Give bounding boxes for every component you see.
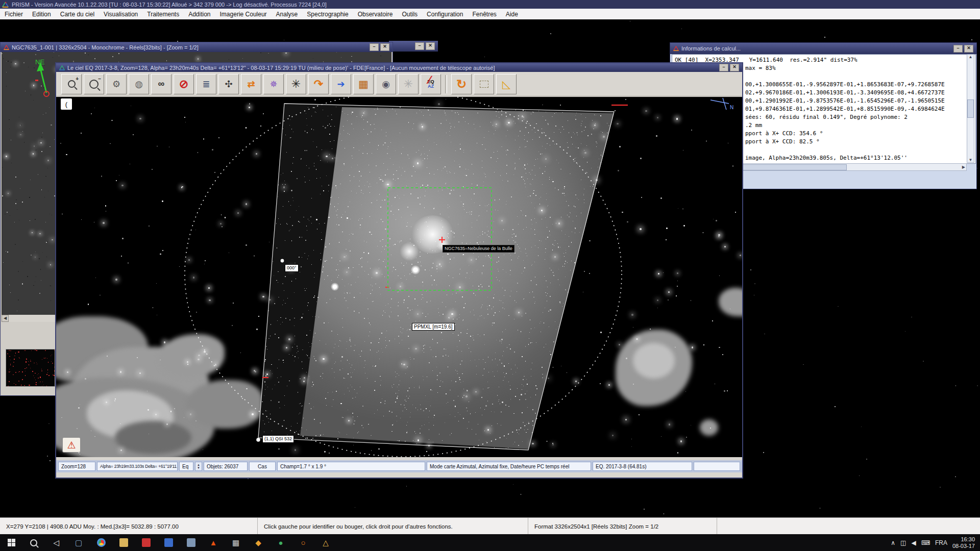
frame-node [281, 259, 284, 263]
warning-icon[interactable]: ⚠ [62, 437, 81, 453]
menu-outils[interactable]: Outils [397, 10, 422, 19]
explorer-icon[interactable] [112, 534, 135, 551]
chart-toolbar: + − ⚙ ◍ ∞ ⊘ ≣ ✣ ⇄ ✵ ✳ ↷ ➔ ▦ ◉ ✳ EQAZ∕ [56, 72, 742, 96]
menu-spectrographie[interactable]: Spectrographie [302, 10, 353, 19]
ppmxl-star-label: PPMXL [m=19.6] [412, 323, 455, 331]
binoculars-icon[interactable]: ∞ [151, 74, 172, 94]
eq-spinner[interactable]: ▲▼ [195, 462, 202, 471]
close-icon[interactable]: ✕ [964, 45, 973, 53]
no-telescope-icon[interactable]: ⊘ [174, 74, 194, 94]
celestial-dome-icon[interactable]: ◍ [129, 74, 149, 94]
horizon-lines-icon[interactable]: ≣ [196, 74, 216, 94]
zoom-out-icon[interactable]: − [84, 74, 104, 94]
close-icon[interactable]: ✕ [380, 43, 389, 51]
sky-chart-canvas[interactable]: N ( 000° (1,1) QSI 532 NGC7635=Nebuleuse… [56, 97, 742, 457]
detection-thumbnail[interactable] [6, 349, 55, 387]
select-region-icon[interactable] [474, 74, 494, 94]
language-indicator[interactable]: FRA [935, 539, 947, 546]
menu-configuration[interactable]: Configuration [422, 10, 468, 19]
menu-edition[interactable]: Edition [28, 10, 56, 19]
app-title: PRISM - Version Avancée 10.1.22.203 [TU … [12, 2, 327, 8]
eq-az-toggle-icon[interactable]: EQAZ∕ [421, 74, 441, 94]
ring-app-icon[interactable]: ○ [292, 534, 314, 551]
zoom-in-icon[interactable]: + [61, 74, 82, 94]
steel-app-icon[interactable] [180, 534, 202, 551]
blue-app-icon[interactable] [157, 534, 180, 551]
refresh-icon[interactable]: ↻ [451, 74, 472, 94]
system-tray: ∧ ◫ ◀ ⌨ FRA 16:30 08-03-17 [891, 536, 980, 549]
frame-origin-node [256, 438, 260, 442]
network-icon[interactable]: ◫ [900, 539, 906, 546]
ccd-frame-outline [258, 104, 614, 450]
toolbar-separator [445, 75, 447, 93]
chart-vector-overlay: N [56, 97, 742, 457]
tray-chevron-icon[interactable]: ∧ [891, 539, 895, 546]
menu-fenetres[interactable]: Fenêtres [468, 10, 501, 19]
speaker-app-icon[interactable]: ◁ [45, 534, 67, 551]
red-app-icon[interactable] [135, 534, 157, 551]
rotate-field-icon[interactable]: ↷ [308, 74, 329, 94]
search-icon[interactable] [22, 534, 45, 551]
scroll-thumb[interactable] [967, 99, 974, 118]
menu-fichier[interactable]: Fichier [0, 10, 28, 19]
constellation-grid-icon[interactable]: ✵ [263, 74, 284, 94]
chart-window-titlebar[interactable]: Le ciel EQ 2017-3-8, Zoom=128, Alpha= 23… [56, 63, 742, 72]
triangle-app-icon[interactable]: △ [314, 534, 337, 551]
info-vertical-scrollbar[interactable]: ▲▼ [967, 54, 974, 163]
close-icon[interactable]: ✕ [426, 42, 435, 50]
scroll-right-icon[interactable]: ▶ [962, 165, 965, 169]
minimize-button[interactable]: – [953, 45, 963, 53]
cas-status: Cas [249, 462, 276, 471]
minimize-button[interactable]: – [719, 64, 728, 71]
menu-aide[interactable]: Aide [501, 10, 523, 19]
chart-window-title: Le ciel EQ 2017-3-8, Zoom=128, Alpha= 23… [67, 65, 495, 71]
close-icon[interactable]: ✕ [730, 64, 739, 71]
scroll-left-icon[interactable]: ◀ [2, 315, 9, 322]
scroll-up-icon[interactable]: ▲ [969, 55, 973, 59]
tray-time: 16:30 [961, 536, 975, 542]
prism-taskbar-icon[interactable]: ▲ [202, 534, 225, 551]
menu-visualisation[interactable]: Visualisation [99, 10, 142, 19]
volume-icon[interactable]: ◀ [911, 539, 916, 546]
green-app-icon[interactable]: ● [270, 534, 292, 551]
gear-sphere-icon[interactable]: ⚙ [106, 74, 127, 94]
projection-label: ( [61, 98, 72, 110]
grid-asterisk-icon[interactable]: ✳ [286, 74, 306, 94]
flame-app-icon[interactable]: ◆ [247, 534, 270, 551]
status-filler [694, 462, 740, 471]
minimize-button[interactable]: – [415, 42, 424, 50]
keyboard-icon[interactable]: ⌨ [921, 539, 930, 546]
chrome-icon[interactable] [90, 534, 112, 551]
monitor-app-icon[interactable]: ▢ [67, 534, 90, 551]
format-readout: Format 3326x2504x1 [Réels 32bits] Zoom =… [528, 518, 717, 535]
workspace: – ✕ NGC7635_1-001 | 3326x2504 - Monochro… [0, 19, 980, 517]
window-icon [59, 65, 65, 70]
scope-target-icon[interactable]: ◉ [376, 74, 396, 94]
clock[interactable]: 16:30 08-03-17 [952, 536, 975, 549]
goto-arrow-icon[interactable]: ➔ [331, 74, 351, 94]
grid-dim-icon[interactable]: ✳ [398, 74, 419, 94]
eq-mode-field[interactable]: Eq [179, 462, 193, 471]
app-titlebar: PRISM - Version Avancée 10.1.22.203 [TU … [0, 0, 980, 9]
menu-carte-du-ciel[interactable]: Carte du ciel [56, 10, 99, 19]
info-window-titlebar[interactable]: Informations de calcul... – ✕ [670, 43, 976, 54]
scroll-down-icon[interactable]: ▼ [969, 158, 973, 162]
start-button[interactable] [0, 534, 22, 551]
flip-icon[interactable]: ⇄ [241, 74, 261, 94]
menu-observatoire[interactable]: Observatoire [353, 10, 398, 19]
menu-addition[interactable]: Addition [184, 10, 215, 19]
menu-traitements[interactable]: Traitements [142, 10, 184, 19]
pixel-readout: X=279 Y=2108 | 4908.0 ADU Moy. : Med.[3x… [0, 518, 258, 535]
menu-imagerie-couleur[interactable]: Imagerie Couleur [215, 10, 272, 19]
field-circle [185, 97, 622, 457]
taskbar: ◁ ▢ ▲ ▦ ◆ ● ○ △ ∧ ◫ ◀ ⌨ FRA 16:30 08-03-… [0, 534, 980, 551]
checker-app-icon[interactable]: ▦ [225, 534, 247, 551]
ephemeris-table-icon[interactable]: ▦ [353, 74, 374, 94]
hidden-window-titlebar[interactable]: – ✕ [389, 41, 438, 52]
angle-tool-icon[interactable]: ◺ [496, 74, 517, 94]
minimize-button[interactable]: – [370, 43, 379, 51]
ngc-window-titlebar[interactable]: NGC7635_1-001 | 3326x2504 - Monochrome -… [1, 42, 393, 52]
menu-analyse[interactable]: Analyse [272, 10, 303, 19]
star-move-icon[interactable]: ✣ [218, 74, 239, 94]
search-box [388, 188, 492, 290]
